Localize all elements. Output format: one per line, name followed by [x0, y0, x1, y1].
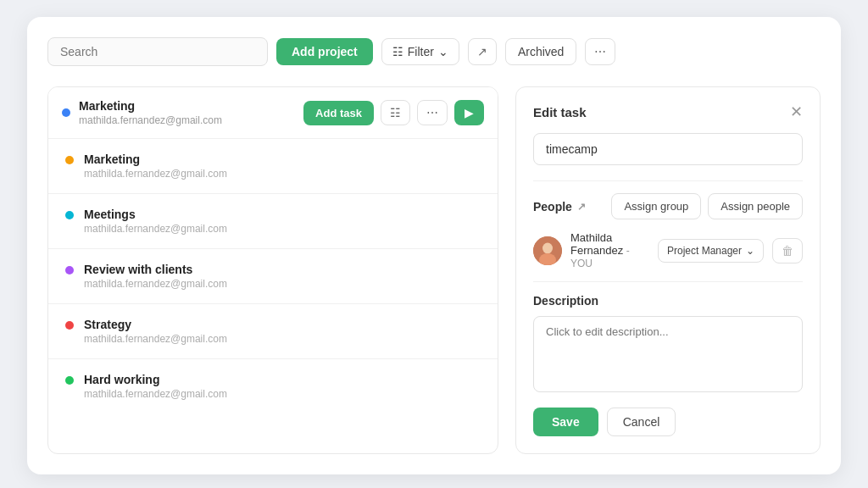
- filter-icon: ☷: [392, 45, 403, 58]
- template-icon: ☷: [390, 106, 401, 119]
- task-info-1: Meetings mathilda.fernandez@gmail.com: [84, 208, 227, 235]
- task-item[interactable]: Strategy mathilda.fernandez@gmail.com: [48, 304, 498, 359]
- task-name-1: Meetings: [84, 208, 227, 221]
- expand-icon: ↗: [477, 45, 487, 58]
- task-dot-2: [65, 266, 74, 274]
- header-actions: Add task ☷ ⋯ ▶: [303, 100, 484, 125]
- more-options-button[interactable]: ⋯: [585, 38, 615, 65]
- play-button[interactable]: ▶: [454, 100, 484, 125]
- task-list: Marketing mathilda.fernandez@gmail.com M…: [48, 139, 498, 413]
- person-name: Mathilda Fernandez - YOU: [570, 231, 649, 269]
- filter-label: Filter: [408, 45, 434, 58]
- play-icon: ▶: [465, 106, 474, 119]
- people-label: People ↗: [533, 200, 586, 214]
- assign-group-button[interactable]: Assign group: [611, 193, 701, 219]
- task-item[interactable]: Review with clients mathilda.fernandez@g…: [48, 249, 498, 304]
- edit-task-title: Edit task: [533, 105, 587, 119]
- app-container: Add project ☷ Filter ⌄ ↗ Archived ⋯ Mark…: [27, 17, 841, 474]
- template-button[interactable]: ☷: [381, 100, 410, 125]
- task-name-input[interactable]: [533, 133, 803, 165]
- cancel-button[interactable]: Cancel: [607, 408, 676, 436]
- edit-task-header: Edit task ✕: [533, 104, 803, 119]
- task-ellipsis-icon: ⋯: [426, 106, 438, 119]
- divider: [533, 180, 803, 181]
- task-item[interactable]: Hard working mathilda.fernandez@gmail.co…: [48, 359, 498, 413]
- role-chevron-icon: ⌄: [746, 245, 754, 257]
- task-item[interactable]: Meetings mathilda.fernandez@gmail.com: [48, 194, 498, 249]
- filter-chevron-icon: ⌄: [438, 45, 448, 58]
- description-textarea[interactable]: [533, 316, 803, 392]
- people-row: People ↗ Assign group Assign people: [533, 193, 803, 219]
- ellipsis-icon: ⋯: [594, 45, 606, 58]
- task-name-2: Review with clients: [84, 263, 227, 276]
- role-dropdown[interactable]: Project Manager ⌄: [658, 239, 764, 263]
- divider-2: [533, 281, 803, 282]
- task-email-2: mathilda.fernandez@gmail.com: [84, 278, 227, 290]
- save-button[interactable]: Save: [533, 408, 598, 436]
- avatar: [533, 236, 562, 265]
- project-name: Marketing: [79, 99, 295, 113]
- right-panel: Edit task ✕ People ↗ Assign group Assign…: [515, 86, 821, 454]
- description-label: Description: [533, 294, 803, 308]
- task-email-4: mathilda.fernandez@gmail.com: [84, 388, 227, 400]
- role-label: Project Manager: [667, 245, 742, 257]
- task-email-0: mathilda.fernandez@gmail.com: [84, 168, 227, 180]
- task-name-0: Marketing: [84, 152, 227, 166]
- task-dot-3: [65, 321, 74, 330]
- person-row: Mathilda Fernandez - YOU Project Manager…: [533, 231, 803, 269]
- task-info-4: Hard working mathilda.fernandez@gmail.co…: [84, 373, 227, 400]
- project-header: Marketing mathilda.fernandez@gmail.com A…: [48, 87, 498, 139]
- trash-icon: 🗑: [782, 244, 793, 258]
- people-text: People: [533, 200, 572, 214]
- archived-button[interactable]: Archived: [505, 38, 576, 65]
- search-input[interactable]: [47, 37, 268, 66]
- main-content: Marketing mathilda.fernandez@gmail.com A…: [47, 86, 821, 454]
- form-actions: Save Cancel: [533, 408, 803, 436]
- close-button[interactable]: ✕: [790, 104, 803, 119]
- task-dot-4: [65, 376, 74, 385]
- avatar-image: [533, 236, 562, 265]
- task-name-3: Strategy: [84, 318, 227, 331]
- task-info-0: Marketing mathilda.fernandez@gmail.com: [84, 152, 227, 180]
- filter-button[interactable]: ☷ Filter ⌄: [381, 38, 459, 65]
- task-dot-0: [65, 156, 74, 164]
- left-panel: Marketing mathilda.fernandez@gmail.com A…: [47, 86, 498, 454]
- people-link-icon: ↗: [577, 201, 586, 213]
- delete-person-button[interactable]: 🗑: [772, 238, 803, 263]
- task-dot-1: [65, 211, 74, 219]
- task-email-1: mathilda.fernandez@gmail.com: [84, 223, 227, 235]
- assign-people-button[interactable]: Assign people: [708, 193, 803, 219]
- add-project-button[interactable]: Add project: [276, 38, 373, 65]
- task-more-button[interactable]: ⋯: [417, 100, 448, 125]
- project-email: mathilda.fernandez@gmail.com: [79, 114, 295, 126]
- svg-point-1: [542, 242, 553, 253]
- task-info-3: Strategy mathilda.fernandez@gmail.com: [84, 318, 227, 345]
- expand-icon-button[interactable]: ↗: [468, 38, 497, 65]
- task-name-4: Hard working: [84, 373, 227, 386]
- top-bar: Add project ☷ Filter ⌄ ↗ Archived ⋯: [47, 37, 821, 66]
- task-email-3: mathilda.fernandez@gmail.com: [84, 333, 227, 345]
- task-info-2: Review with clients mathilda.fernandez@g…: [84, 263, 227, 290]
- project-dot: [62, 108, 70, 117]
- people-actions: Assign group Assign people: [611, 193, 803, 219]
- task-item[interactable]: Marketing mathilda.fernandez@gmail.com: [48, 139, 498, 194]
- project-info: Marketing mathilda.fernandez@gmail.com: [79, 99, 295, 126]
- add-task-button[interactable]: Add task: [303, 101, 374, 125]
- description-section: Description: [533, 294, 803, 396]
